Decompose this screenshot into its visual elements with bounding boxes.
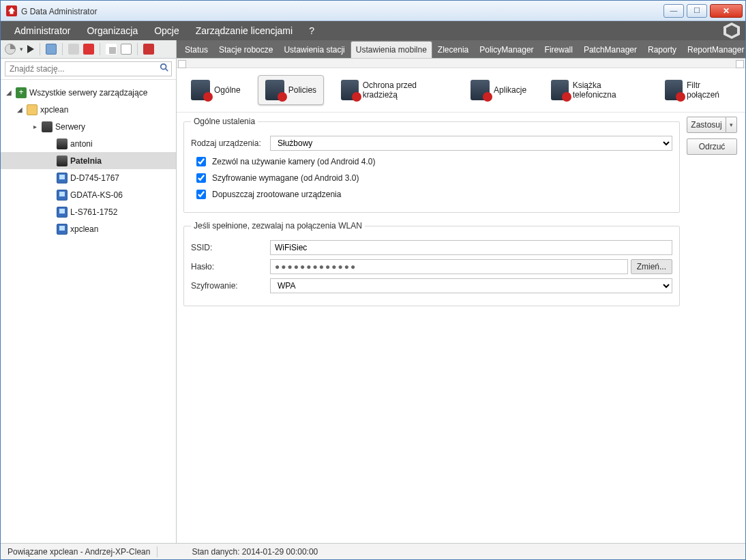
- monitor-icon: [57, 190, 68, 201]
- phone-apps-icon: [471, 80, 490, 100]
- encryption-label: Szyfrowanie:: [191, 281, 266, 291]
- flag-icon[interactable]: [143, 44, 154, 55]
- tree-view[interactable]: ◢ Wszystkie serwery zarządzające ◢ xpcle…: [1, 80, 176, 543]
- maximize-button[interactable]: ☐: [687, 4, 707, 18]
- mobile-subtabs: Ogólne Policies Ochrona przed kradzieżą …: [177, 68, 745, 113]
- root-icon: [16, 87, 27, 98]
- tab-ustawienia-stacji[interactable]: Ustawienia stacji: [278, 41, 350, 58]
- tab-firewall[interactable]: Firewall: [539, 41, 578, 58]
- tree-label: xpclean: [70, 224, 98, 234]
- subtab-aplikacje[interactable]: Aplikacje: [463, 75, 534, 105]
- tab-reportmanager[interactable]: ReportManager: [682, 41, 745, 58]
- search-icon[interactable]: [160, 63, 169, 72]
- tree-node-ls761[interactable]: L-S761-1752: [1, 203, 176, 220]
- separator: [137, 43, 138, 55]
- tab-raporty[interactable]: Raporty: [642, 41, 682, 58]
- ssid-label: SSID:: [191, 243, 266, 252]
- tree-group[interactable]: ◢ xpclean: [1, 101, 176, 118]
- delete-icon[interactable]: [83, 44, 94, 55]
- tree-node-antoni[interactable]: antoni: [1, 135, 176, 152]
- tree-label: antoni: [70, 139, 93, 149]
- device-type-label: Rodzaj urządzenia:: [191, 138, 266, 148]
- grid-icon[interactable]: [106, 44, 117, 55]
- monitor-icon: [57, 207, 68, 218]
- search-input[interactable]: [5, 61, 172, 76]
- tab-status[interactable]: Status: [179, 41, 213, 58]
- tab-patchmanager[interactable]: PatchManager: [578, 41, 642, 58]
- expand-icon[interactable]: ▸: [31, 123, 39, 130]
- close-button[interactable]: ✕: [710, 4, 743, 18]
- menu-help[interactable]: ?: [301, 21, 323, 40]
- play-icon[interactable]: [27, 45, 34, 53]
- status-right: Stan danych: 2014-01-29 00:00:00: [185, 547, 325, 557]
- status-left: Powiązane xpclean - Andrzej-XP-Clean: [1, 547, 157, 557]
- subtab-ogolne[interactable]: Ogólne: [183, 75, 248, 105]
- subtab-label: Książka telefoniczna: [573, 80, 641, 100]
- device-type-select[interactable]: Służbowy: [270, 136, 672, 151]
- ssid-input[interactable]: [270, 240, 672, 255]
- chk-root-label: Dopuszczaj zrootowane urządzenia: [212, 190, 341, 199]
- app-icon: [6, 5, 17, 16]
- tree-root[interactable]: ◢ Wszystkie serwery zarządzające: [1, 84, 176, 101]
- subtab-label: Ogólne: [214, 85, 241, 95]
- change-password-button[interactable]: Zmień...: [631, 259, 672, 274]
- menu-organizacja[interactable]: Organizacja: [78, 21, 146, 40]
- title-bar: G Data Administrator — ☐ ✕: [1, 1, 745, 21]
- refresh-icon[interactable]: [5, 44, 16, 55]
- chk-root[interactable]: [196, 190, 206, 199]
- tree-label: Wszystkie serwery zarządzające: [29, 88, 147, 98]
- password-input[interactable]: [270, 259, 628, 274]
- tree-label: xpclean: [40, 105, 68, 115]
- panel-main: Ogólne ustalenia Rodzaj urządzenia: Służ…: [183, 117, 680, 536]
- tree-node-patelnia[interactable]: Patelnia: [1, 152, 176, 169]
- menu-administrator[interactable]: Administrator: [6, 21, 78, 40]
- separator: [62, 43, 63, 55]
- device-icon: [57, 138, 68, 149]
- chk-camera[interactable]: [196, 157, 206, 166]
- svg-line-1: [166, 69, 168, 72]
- tree-node-xpclean[interactable]: xpclean: [1, 220, 176, 237]
- status-bar: Powiązane xpclean - Andrzej-XP-Clean Sta…: [1, 543, 745, 559]
- menu-bar: Administrator Organizacja Opcje Zarządza…: [1, 21, 745, 40]
- tree-label: L-S761-1752: [70, 207, 117, 217]
- tree-node-d745[interactable]: D-D745-1767: [1, 169, 176, 186]
- subtab-label: Ochrona przed kradzieżą: [363, 80, 446, 100]
- subtab-ochrona[interactable]: Ochrona przed kradzieżą: [333, 75, 453, 105]
- content: Ogólne Policies Ochrona przed kradzieżą …: [177, 59, 745, 543]
- subtab-label: Filtr połączeń: [687, 80, 731, 100]
- cut-icon[interactable]: [68, 44, 79, 55]
- tree-servers[interactable]: ▸ Serwery: [1, 118, 176, 135]
- chk-encrypt-label: Szyfrowanie wymagane (od Android 3.0): [212, 173, 359, 183]
- subtab-ksiazka[interactable]: Książka telefoniczna: [543, 75, 648, 105]
- tree-label: D-D745-1767: [70, 173, 119, 183]
- search-row: [1, 59, 176, 80]
- encryption-select[interactable]: WPA: [270, 278, 672, 293]
- brand-logo-icon: [723, 23, 740, 39]
- apply-dropdown-arrow[interactable]: ▾: [726, 117, 737, 133]
- tab-ustawienia-mobilne[interactable]: Ustawienia mobilne: [350, 41, 432, 58]
- tree-label: Patelnia: [70, 156, 102, 166]
- subtab-policies[interactable]: Policies: [258, 75, 324, 105]
- subtab-filtr[interactable]: Filtr połączeń: [657, 75, 738, 105]
- svg-point-0: [161, 64, 166, 70]
- horizontal-scroll-track[interactable]: [177, 59, 745, 68]
- apply-button-group: Zastosuj ▾: [687, 117, 738, 133]
- add-group-icon[interactable]: [46, 44, 57, 55]
- menu-opcje[interactable]: Opcje: [146, 21, 188, 40]
- apply-button[interactable]: Zastosuj: [687, 117, 726, 133]
- phone-contacts-icon: [551, 80, 569, 100]
- monitor-icon: [57, 173, 68, 183]
- chk-encrypt[interactable]: [196, 173, 206, 183]
- tab-policymanager[interactable]: PolicyManager: [474, 41, 539, 58]
- tab-stacje-robocze[interactable]: Stacje robocze: [213, 41, 278, 58]
- doc-icon[interactable]: [121, 44, 132, 55]
- reject-button[interactable]: Odrzuć: [687, 138, 737, 155]
- group-legend: Jeśli spełnione, zezwalaj na połączenia …: [191, 221, 365, 231]
- tree-label: GDATA-KS-06: [70, 190, 123, 200]
- minimize-button[interactable]: —: [663, 4, 684, 18]
- collapse-icon[interactable]: ◢: [16, 106, 24, 113]
- tree-node-gdata-ks[interactable]: GDATA-KS-06: [1, 186, 176, 203]
- tab-zlecenia[interactable]: Zlecenia: [432, 41, 474, 58]
- collapse-icon[interactable]: ◢: [5, 89, 13, 96]
- menu-licencje[interactable]: Zarządzanie licencjami: [188, 21, 301, 40]
